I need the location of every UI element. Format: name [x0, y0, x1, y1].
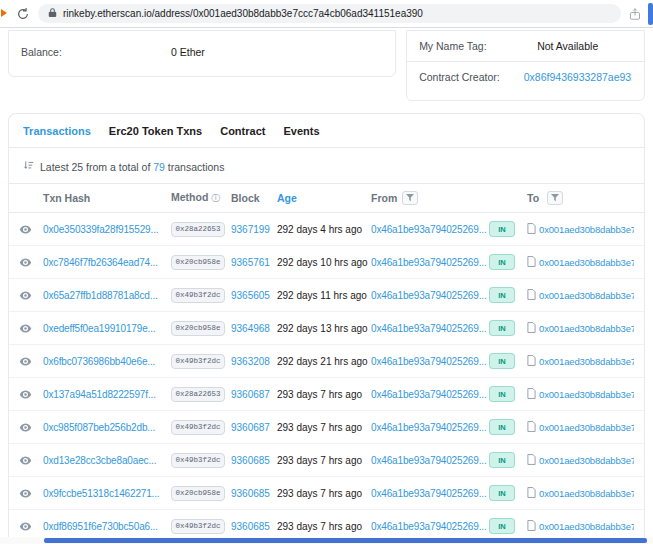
- balance-card: Balance: 0 Ether: [8, 30, 396, 77]
- from-filter-icon[interactable]: [402, 191, 418, 205]
- txn-hash-link[interactable]: 0xdf86951f6e730bc50a6...: [43, 521, 158, 532]
- name-tag-value: Not Available: [537, 40, 598, 52]
- header-age-toggle[interactable]: Age: [277, 192, 371, 204]
- txn-hash-link[interactable]: 0x65a27ffb1d88781a8cd...: [43, 290, 158, 301]
- to-link[interactable]: 0x001aed30b8dabb3e7c...: [539, 290, 634, 301]
- block-link[interactable]: 9360685: [231, 521, 270, 532]
- table-row: 0x65a27ffb1d88781a8cd... 0x49b3f2dc 9365…: [9, 279, 644, 312]
- to-link[interactable]: 0x001aed30b8dabb3e7c...: [539, 323, 634, 334]
- method-badge: 0x49b3f2dc: [171, 288, 225, 303]
- from-link[interactable]: 0x46a1be93a794025269...: [371, 323, 487, 334]
- age-text: 293 days 7 hrs ago: [277, 455, 371, 466]
- age-text: 292 days 11 hrs ago: [277, 290, 371, 301]
- eye-icon[interactable]: [19, 289, 43, 302]
- to-link[interactable]: 0x001aed30b8dabb3e7c...: [539, 356, 634, 367]
- txn-hash-link[interactable]: 0xedeff5f0ea19910179e...: [43, 323, 155, 334]
- transactions-summary: Latest 25 from a total of 79 transaction…: [9, 148, 644, 183]
- txn-hash-link[interactable]: 0x9fccbe51318c1462271...: [43, 488, 160, 499]
- eye-icon[interactable]: [19, 421, 43, 434]
- age-text: 292 days 4 hrs ago: [277, 224, 371, 235]
- txn-hash-link[interactable]: 0xc985f087beb256b2db...: [43, 422, 155, 433]
- to-link[interactable]: 0x001aed30b8dabb3e7c...: [539, 422, 634, 433]
- eye-icon[interactable]: [19, 223, 43, 236]
- txn-hash-link[interactable]: 0x137a94a51d8222597f...: [43, 389, 156, 400]
- eye-icon[interactable]: [19, 322, 43, 335]
- document-icon: [527, 421, 536, 434]
- balance-value: 0 Ether: [171, 46, 205, 58]
- method-badge: 0x28a22653: [171, 387, 225, 402]
- document-icon: [527, 388, 536, 401]
- address-bar[interactable]: rinkeby.etherscan.io/address/0x001aed30b…: [38, 4, 621, 23]
- to-link[interactable]: 0x001aed30b8dabb3e7c...: [539, 521, 634, 532]
- block-link[interactable]: 9365761: [231, 257, 270, 268]
- block-link[interactable]: 9360687: [231, 389, 270, 400]
- direction-badge: IN: [489, 320, 515, 336]
- txn-hash-link[interactable]: 0x0e350339fa28f915529...: [43, 224, 158, 235]
- to-link[interactable]: 0x001aed30b8dabb3e7c...: [539, 488, 634, 499]
- block-link[interactable]: 9365605: [231, 290, 270, 301]
- overview-section: Balance: 0 Ether My Name Tag: Not Availa…: [0, 30, 653, 101]
- from-link[interactable]: 0x46a1be93a794025269...: [371, 389, 487, 400]
- age-text: 293 days 7 hrs ago: [277, 521, 371, 532]
- block-link[interactable]: 9364968: [231, 323, 270, 334]
- header-to: To: [527, 191, 634, 205]
- from-link[interactable]: 0x46a1be93a794025269...: [371, 224, 487, 235]
- share-icon[interactable]: [629, 8, 641, 20]
- method-badge: 0x28a22653: [171, 222, 225, 237]
- to-filter-icon[interactable]: [547, 191, 563, 205]
- txn-hash-link[interactable]: 0x6fbc0736986bb40e6e...: [43, 356, 155, 367]
- tab-transactions[interactable]: Transactions: [23, 125, 91, 137]
- to-link[interactable]: 0x001aed30b8dabb3e7c...: [539, 224, 634, 235]
- eye-icon[interactable]: [19, 520, 43, 533]
- age-text: 292 days 21 hrs ago: [277, 356, 371, 367]
- horizontal-scrollbar-thumb[interactable]: [44, 538, 647, 543]
- tab-contract[interactable]: Contract: [220, 125, 265, 137]
- block-link[interactable]: 9363208: [231, 356, 270, 367]
- age-text: 292 days 13 hrs ago: [277, 323, 371, 334]
- document-icon: [527, 355, 536, 368]
- from-link[interactable]: 0x46a1be93a794025269...: [371, 356, 487, 367]
- horizontal-scrollbar[interactable]: [0, 537, 653, 544]
- document-icon: [527, 289, 536, 302]
- from-link[interactable]: 0x46a1be93a794025269...: [371, 455, 487, 466]
- tab-erc20-token-txns[interactable]: Erc20 Token Txns: [109, 125, 202, 137]
- info-icon[interactable]: ⓘ: [211, 193, 220, 203]
- reload-button[interactable]: [16, 7, 30, 21]
- to-link[interactable]: 0x001aed30b8dabb3e7c...: [539, 257, 634, 268]
- recording-marker-icon: [1, 9, 7, 17]
- balance-row: Balance: 0 Ether: [9, 31, 395, 73]
- txn-hash-link[interactable]: 0xc7846f7fb26364ead74...: [43, 257, 158, 268]
- to-link[interactable]: 0x001aed30b8dabb3e7c...: [539, 455, 634, 466]
- eye-icon[interactable]: [19, 355, 43, 368]
- from-link[interactable]: 0x46a1be93a794025269...: [371, 290, 487, 301]
- block-link[interactable]: 9360685: [231, 455, 270, 466]
- txn-hash-link[interactable]: 0xd13e28cc3cbe8a0aec...: [43, 455, 156, 466]
- window-edge-scrollbar[interactable]: [648, 3, 653, 25]
- from-link[interactable]: 0x46a1be93a794025269...: [371, 521, 487, 532]
- table-row: 0xc7846f7fb26364ead74... 0x20cb958e 9365…: [9, 246, 644, 279]
- eye-icon[interactable]: [19, 487, 43, 500]
- total-transactions-link[interactable]: 79: [153, 161, 165, 173]
- from-link[interactable]: 0x46a1be93a794025269...: [371, 257, 487, 268]
- eye-icon[interactable]: [19, 256, 43, 269]
- tab-events[interactable]: Events: [283, 125, 319, 137]
- direction-badge: IN: [489, 287, 515, 303]
- document-icon: [527, 223, 536, 236]
- document-icon: [527, 487, 536, 500]
- direction-badge: IN: [489, 419, 515, 435]
- contract-creator-link[interactable]: 0x86f9436933287ae932...: [524, 71, 632, 83]
- to-link[interactable]: 0x001aed30b8dabb3e7c...: [539, 389, 634, 400]
- eye-icon[interactable]: [19, 388, 43, 401]
- method-badge: 0x49b3f2dc: [171, 354, 225, 369]
- block-link[interactable]: 9367199: [231, 224, 270, 235]
- eye-icon[interactable]: [19, 454, 43, 467]
- block-link[interactable]: 9360685: [231, 488, 270, 499]
- from-link[interactable]: 0x46a1be93a794025269...: [371, 422, 487, 433]
- from-link[interactable]: 0x46a1be93a794025269...: [371, 488, 487, 499]
- sort-icon: [23, 160, 34, 173]
- document-icon: [527, 520, 536, 533]
- document-icon: [527, 256, 536, 269]
- direction-badge: IN: [489, 485, 515, 501]
- block-link[interactable]: 9360687: [231, 422, 270, 433]
- method-badge: 0x49b3f2dc: [171, 453, 225, 468]
